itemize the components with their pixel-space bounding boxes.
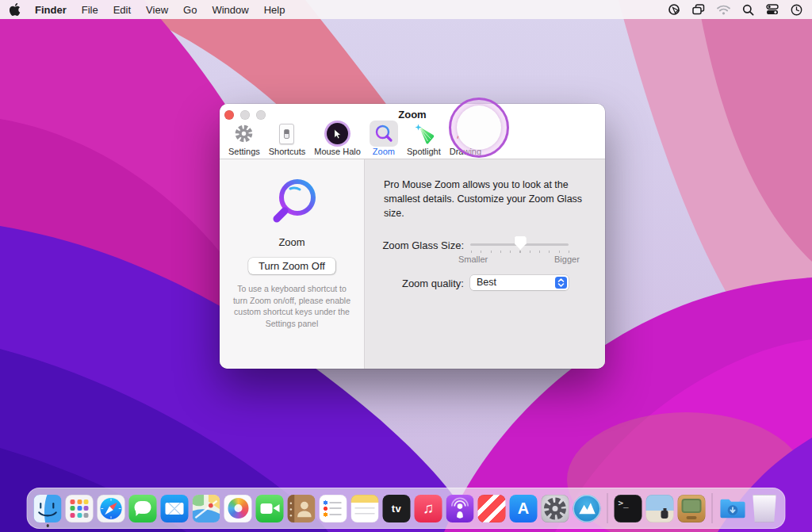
search-icon[interactable] <box>742 4 754 16</box>
dock-item-music[interactable]: ♫ <box>415 495 442 522</box>
dock-item-mountain-app[interactable] <box>573 495 601 522</box>
window-titlebar[interactable]: Zoom Settings Shortcuts <box>220 104 605 159</box>
terminal-glyph: >_ <box>619 498 629 508</box>
pro-mouse-menu-icon[interactable] <box>668 3 680 16</box>
tv-glyph: tv <box>392 503 402 515</box>
dock-item-tv[interactable]: tv <box>383 495 411 522</box>
menu-window[interactable]: Window <box>212 4 248 16</box>
glass-size-label: Zoom Glass Size: <box>366 239 464 251</box>
toolbar-label: Drawing <box>450 147 481 156</box>
dock-item-news[interactable] <box>478 495 506 522</box>
toolbar-label: Mouse Halo <box>314 147 361 156</box>
dock-item-facetime[interactable] <box>256 495 284 522</box>
zoom-quality-label: Zoom quality: <box>366 277 464 289</box>
menu-bar: Finder File Edit View Go Window Help <box>0 0 812 19</box>
menu-view[interactable]: View <box>146 4 168 16</box>
dock-item-terminal[interactable]: >_ <box>615 495 642 522</box>
music-note-glyph: ♫ <box>423 499 434 517</box>
toolbar-tab-settings[interactable]: Settings <box>225 121 263 159</box>
toolbar-tab-drawing[interactable]: Drawing <box>446 121 485 159</box>
toolbar-tab-shortcuts[interactable]: Shortcuts <box>266 121 308 159</box>
zoom-quality-popup[interactable]: Best <box>470 275 569 290</box>
slider-thumb[interactable] <box>515 236 527 250</box>
toolbar-tab-mouse-halo[interactable]: Mouse Halo <box>311 121 364 159</box>
feature-description: Pro Mouse Zoom allows you to look at the… <box>384 178 584 220</box>
slider-min-label: Smaller <box>458 255 488 264</box>
dock-divider <box>607 493 608 523</box>
dock-item-mail[interactable] <box>161 495 189 522</box>
active-app-menu[interactable]: Finder <box>35 4 67 16</box>
popup-stepper-icon <box>555 277 567 289</box>
menu-file[interactable]: File <box>82 4 98 16</box>
toolbar-label: Zoom <box>373 147 395 156</box>
wifi-icon[interactable] <box>717 5 730 15</box>
dock-item-downloads-folder[interactable] <box>719 495 747 522</box>
menu-help[interactable]: Help <box>264 4 285 16</box>
stacked-windows-icon[interactable] <box>692 4 705 15</box>
dock-item-notes[interactable] <box>351 495 379 522</box>
turn-zoom-off-button[interactable]: Turn Zoom Off <box>248 258 335 274</box>
pencil-icon <box>451 121 480 147</box>
pro-mouse-preferences-window: Zoom Settings Shortcuts <box>220 104 605 369</box>
menu-edit[interactable]: Edit <box>113 4 131 16</box>
glass-size-slider[interactable] <box>470 235 569 255</box>
gear-icon <box>230 121 259 147</box>
control-center-icon[interactable] <box>766 4 779 15</box>
toolbar-tab-zoom[interactable]: Zoom <box>366 121 401 159</box>
dock-item-safari[interactable] <box>98 495 125 522</box>
dock-item-preview[interactable] <box>646 495 674 522</box>
feature-summary-panel: Zoom Turn Zoom Off To use a keyboard sho… <box>220 159 365 369</box>
apple-menu-icon[interactable] <box>10 3 21 16</box>
toolbar-label: Spotlight <box>407 147 441 156</box>
dock-item-launchpad[interactable] <box>66 495 94 522</box>
dock-item-retro-tv[interactable] <box>678 495 706 522</box>
dock-item-reminders[interactable] <box>320 495 347 522</box>
magnifier-icon <box>370 121 398 147</box>
dock-item-contacts[interactable] <box>288 495 316 522</box>
menu-go[interactable]: Go <box>183 4 197 16</box>
window-title: Zoom <box>220 109 605 121</box>
slider-ticks <box>471 251 569 253</box>
settings-panel: Pro Mouse Zoom allows you to look at the… <box>366 159 605 369</box>
dock-item-app-store[interactable]: A <box>510 495 538 522</box>
desktop: Finder File Edit View Go Window Help <box>0 0 812 532</box>
toolbar-tab-spotlight[interactable]: Spotlight <box>404 121 444 159</box>
dock: tv ♫ A >_ <box>27 488 786 529</box>
halo-cursor-icon <box>324 121 352 147</box>
slider-max-label: Bigger <box>554 255 580 264</box>
dock-item-trash[interactable] <box>751 495 779 522</box>
toolbar-label: Shortcuts <box>269 147 305 156</box>
feature-name: Zoom <box>220 236 364 248</box>
toolbar-label: Settings <box>228 147 260 156</box>
dock-item-podcasts[interactable] <box>446 495 474 522</box>
spotlight-cone-icon <box>409 121 438 147</box>
dock-item-system-preferences[interactable] <box>542 495 569 522</box>
shortcut-hint-text: To use a keyboard shortcut to turn Zoom … <box>230 283 354 330</box>
dock-item-maps[interactable] <box>193 495 220 522</box>
clock-icon[interactable] <box>791 4 802 16</box>
preferences-toolbar: Settings Shortcuts Mouse Halo <box>225 121 485 159</box>
dock-divider <box>712 493 713 523</box>
dock-item-messages[interactable] <box>129 495 157 522</box>
dock-item-finder[interactable] <box>34 495 62 522</box>
zoom-feature-icon <box>263 175 320 235</box>
switch-icon <box>273 121 301 147</box>
appstore-glyph: A <box>518 499 529 518</box>
dock-item-photos[interactable] <box>224 495 252 522</box>
popup-selected-value: Best <box>477 277 496 288</box>
